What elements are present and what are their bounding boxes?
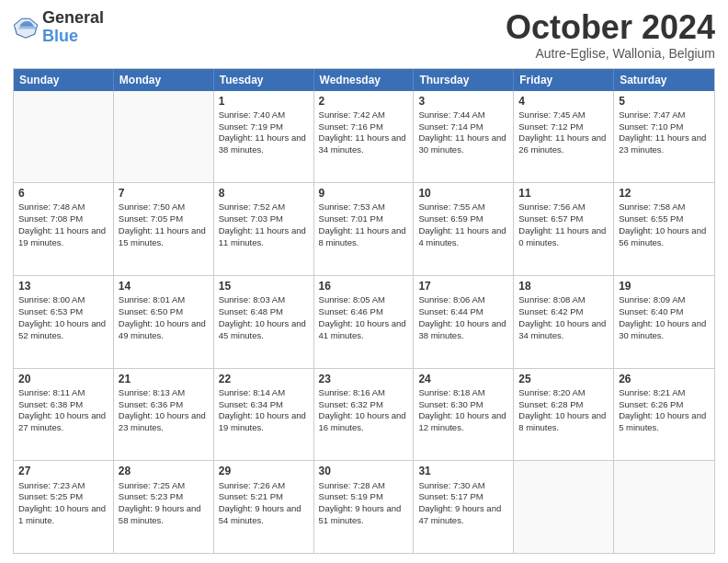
- sunset-text: Sunset: 7:14 PM: [418, 121, 508, 133]
- daylight-text: Daylight: 11 hours and 19 minutes.: [18, 225, 108, 249]
- calendar-day-14: 14Sunrise: 8:01 AMSunset: 6:50 PMDayligh…: [114, 276, 214, 368]
- sunrise-text: Sunrise: 7:26 AM: [219, 480, 309, 492]
- calendar-day-19: 19Sunrise: 8:09 AMSunset: 6:40 PMDayligh…: [614, 276, 714, 368]
- daylight-text: Daylight: 10 hours and 16 minutes.: [319, 410, 409, 434]
- sunrise-text: Sunrise: 7:47 AM: [619, 109, 710, 121]
- day-number: 24: [418, 372, 508, 386]
- sunrise-text: Sunrise: 7:44 AM: [418, 109, 508, 121]
- calendar-empty-cell: [114, 91, 214, 183]
- sunrise-text: Sunrise: 8:11 AM: [18, 387, 108, 399]
- sunset-text: Sunset: 7:01 PM: [319, 213, 409, 225]
- calendar-day-22: 22Sunrise: 8:14 AMSunset: 6:34 PMDayligh…: [214, 369, 314, 461]
- sunrise-text: Sunrise: 8:03 AM: [219, 294, 309, 306]
- calendar-day-24: 24Sunrise: 8:18 AMSunset: 6:30 PMDayligh…: [414, 369, 514, 461]
- calendar-day-7: 7Sunrise: 7:50 AMSunset: 7:05 PMDaylight…: [114, 183, 214, 275]
- calendar-day-9: 9Sunrise: 7:53 AMSunset: 7:01 PMDaylight…: [314, 183, 415, 275]
- day-number: 27: [18, 464, 108, 478]
- daylight-text: Daylight: 9 hours and 51 minutes.: [319, 503, 409, 527]
- sunset-text: Sunset: 6:53 PM: [18, 306, 108, 318]
- day-number: 22: [219, 372, 309, 386]
- calendar-day-12: 12Sunrise: 7:58 AMSunset: 6:55 PMDayligh…: [614, 183, 714, 275]
- header-day-wednesday: Wednesday: [314, 69, 415, 91]
- sunset-text: Sunset: 6:28 PM: [518, 399, 609, 411]
- sunset-text: Sunset: 5:23 PM: [119, 491, 209, 503]
- calendar-empty-cell: [614, 461, 714, 553]
- daylight-text: Daylight: 10 hours and 38 minutes.: [418, 318, 508, 342]
- sunrise-text: Sunrise: 7:30 AM: [418, 480, 508, 492]
- subtitle: Autre-Eglise, Wallonia, Belgium: [506, 46, 715, 61]
- daylight-text: Daylight: 11 hours and 4 minutes.: [418, 225, 508, 249]
- calendar-day-5: 5Sunrise: 7:47 AMSunset: 7:10 PMDaylight…: [614, 91, 714, 183]
- day-number: 19: [619, 279, 710, 293]
- calendar-day-17: 17Sunrise: 8:06 AMSunset: 6:44 PMDayligh…: [414, 276, 514, 368]
- sunrise-text: Sunrise: 8:13 AM: [119, 387, 209, 399]
- daylight-text: Daylight: 10 hours and 19 minutes.: [219, 410, 309, 434]
- day-number: 21: [119, 372, 209, 386]
- calendar-day-15: 15Sunrise: 8:03 AMSunset: 6:48 PMDayligh…: [214, 276, 314, 368]
- sunrise-text: Sunrise: 8:08 AM: [518, 294, 609, 306]
- calendar-header: SundayMondayTuesdayWednesdayThursdayFrid…: [14, 69, 714, 91]
- day-number: 1: [219, 94, 309, 109]
- day-number: 29: [219, 464, 309, 478]
- sunrise-text: Sunrise: 8:05 AM: [319, 294, 409, 306]
- sunrise-text: Sunrise: 8:01 AM: [119, 294, 209, 306]
- daylight-text: Daylight: 9 hours and 47 minutes.: [418, 503, 508, 527]
- calendar-day-16: 16Sunrise: 8:05 AMSunset: 6:46 PMDayligh…: [314, 276, 415, 368]
- daylight-text: Daylight: 10 hours and 8 minutes.: [518, 410, 609, 434]
- sunrise-text: Sunrise: 7:52 AM: [219, 201, 309, 213]
- page: General Blue October 2024 Autre-Eglise, …: [0, 0, 728, 563]
- day-number: 16: [319, 279, 409, 293]
- day-number: 4: [518, 94, 609, 109]
- day-number: 25: [518, 372, 609, 386]
- calendar-day-10: 10Sunrise: 7:55 AMSunset: 6:59 PMDayligh…: [414, 183, 514, 275]
- calendar-day-31: 31Sunrise: 7:30 AMSunset: 5:17 PMDayligh…: [414, 461, 514, 553]
- sunrise-text: Sunrise: 7:25 AM: [119, 480, 209, 492]
- day-number: 28: [119, 464, 209, 478]
- calendar-day-28: 28Sunrise: 7:25 AMSunset: 5:23 PMDayligh…: [114, 461, 214, 553]
- day-number: 18: [518, 279, 609, 293]
- sunset-text: Sunset: 6:57 PM: [518, 213, 609, 225]
- sunset-text: Sunset: 6:48 PM: [219, 306, 309, 318]
- daylight-text: Daylight: 10 hours and 56 minutes.: [619, 225, 710, 249]
- daylight-text: Daylight: 10 hours and 5 minutes.: [619, 410, 710, 434]
- sunset-text: Sunset: 6:55 PM: [619, 213, 710, 225]
- calendar-body: 1Sunrise: 7:40 AMSunset: 7:19 PMDaylight…: [14, 91, 714, 553]
- calendar-day-27: 27Sunrise: 7:23 AMSunset: 5:25 PMDayligh…: [14, 461, 114, 553]
- day-number: 3: [418, 94, 508, 109]
- sunrise-text: Sunrise: 8:06 AM: [418, 294, 508, 306]
- daylight-text: Daylight: 10 hours and 23 minutes.: [119, 410, 209, 434]
- sunset-text: Sunset: 6:26 PM: [619, 399, 710, 411]
- sunrise-text: Sunrise: 7:28 AM: [319, 480, 409, 492]
- day-number: 8: [219, 186, 309, 201]
- calendar-empty-cell: [14, 91, 114, 183]
- sunset-text: Sunset: 5:25 PM: [18, 491, 108, 503]
- sunrise-text: Sunrise: 8:00 AM: [18, 294, 108, 306]
- logo-text: General Blue: [42, 9, 104, 46]
- daylight-text: Daylight: 10 hours and 49 minutes.: [119, 318, 209, 342]
- calendar-day-1: 1Sunrise: 7:40 AMSunset: 7:19 PMDaylight…: [214, 91, 314, 183]
- header-day-saturday: Saturday: [614, 69, 714, 91]
- calendar-row-4: 27Sunrise: 7:23 AMSunset: 5:25 PMDayligh…: [14, 460, 714, 553]
- calendar-row-2: 13Sunrise: 8:00 AMSunset: 6:53 PMDayligh…: [14, 275, 714, 368]
- sunrise-text: Sunrise: 7:48 AM: [18, 201, 108, 213]
- sunset-text: Sunset: 6:44 PM: [418, 306, 508, 318]
- sunset-text: Sunset: 7:05 PM: [119, 213, 209, 225]
- sunrise-text: Sunrise: 7:23 AM: [18, 480, 108, 492]
- sunset-text: Sunset: 6:36 PM: [119, 399, 209, 411]
- calendar-day-20: 20Sunrise: 8:11 AMSunset: 6:38 PMDayligh…: [14, 369, 114, 461]
- daylight-text: Daylight: 11 hours and 15 minutes.: [119, 225, 209, 249]
- daylight-text: Daylight: 10 hours and 30 minutes.: [619, 318, 710, 342]
- title-block: October 2024 Autre-Eglise, Wallonia, Bel…: [506, 9, 715, 61]
- logo: General Blue: [13, 9, 104, 46]
- logo-line2: Blue: [42, 28, 104, 46]
- calendar-day-4: 4Sunrise: 7:45 AMSunset: 7:12 PMDaylight…: [514, 91, 614, 183]
- day-number: 10: [418, 186, 508, 201]
- calendar-row-0: 1Sunrise: 7:40 AMSunset: 7:19 PMDaylight…: [14, 91, 714, 183]
- sunset-text: Sunset: 6:50 PM: [119, 306, 209, 318]
- sunset-text: Sunset: 6:32 PM: [319, 399, 409, 411]
- sunset-text: Sunset: 6:46 PM: [319, 306, 409, 318]
- sunset-text: Sunset: 5:19 PM: [319, 491, 409, 503]
- day-number: 5: [619, 94, 710, 109]
- header-day-monday: Monday: [114, 69, 214, 91]
- sunrise-text: Sunrise: 7:55 AM: [418, 201, 508, 213]
